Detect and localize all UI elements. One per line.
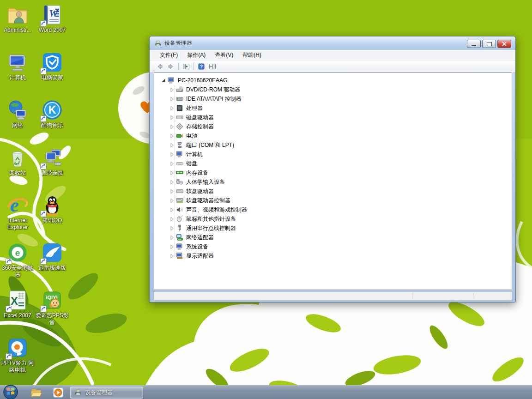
desktop-icon-network-globe[interactable]: 网络 <box>0 99 35 129</box>
toolbar-back-arrow[interactable] <box>154 61 165 72</box>
expand-expander-icon[interactable] <box>169 160 175 167</box>
titlebar[interactable]: 设备管理器 <box>150 36 515 50</box>
toolbar-forward-arrow[interactable] <box>165 61 176 72</box>
tree-item-hid[interactable]: 人体学输入设备 <box>154 177 512 187</box>
back-arrow-icon <box>156 63 163 70</box>
app-icon <box>6 99 29 121</box>
desktop-icon-computer[interactable]: 计算机 <box>0 51 35 81</box>
expand-expander-icon[interactable] <box>169 179 175 185</box>
desktop-icon-kugou[interactable]: K 酷狗音乐 <box>35 99 70 129</box>
tree-item-floppy-drive[interactable]: 软盘驱动器 <box>154 187 512 196</box>
shortcut-arrow-icon <box>40 211 47 217</box>
expand-expander-icon[interactable] <box>169 253 175 259</box>
tree-item-processor[interactable]: 处理器 <box>154 103 512 113</box>
tree-item-disk-drive[interactable]: 磁盘驱动器 <box>154 113 512 122</box>
desktop-icon-user-folder[interactable]: Administr... <box>0 4 35 34</box>
desktop-icon-glyph <box>6 51 29 73</box>
close-icon <box>502 42 507 46</box>
processor-icon <box>176 104 183 112</box>
menu-item-0[interactable]: 文件(F) <box>155 50 182 60</box>
app-icon <box>6 51 29 73</box>
battery-icon <box>176 132 183 139</box>
desktop-icon-ie[interactable]: e Internet Explorer <box>0 194 35 231</box>
usb-icon <box>176 224 183 232</box>
sound-icon <box>176 206 183 213</box>
desktop-icon-excel[interactable]: X Excel 2007 <box>0 289 35 319</box>
svg-text:X: X <box>11 295 18 307</box>
tree-item-dvd-drive[interactable]: DVD/CD-ROM 驱动器 <box>154 85 512 94</box>
toolbar-help[interactable]: ? <box>196 61 207 72</box>
tree-item-mouse[interactable]: 鼠标和其他指针设备 <box>154 214 512 224</box>
menu-item-2[interactable]: 查看(V) <box>210 50 238 60</box>
close-button[interactable] <box>497 40 511 48</box>
expand-expander-icon[interactable] <box>169 216 175 222</box>
expand-expander-icon[interactable] <box>169 243 175 250</box>
tree-item-display-adapter[interactable]: 显示适配器 <box>154 251 512 260</box>
menu-item-1[interactable]: 操作(A) <box>182 50 210 60</box>
tree-item-storage-controller[interactable]: 存储控制器 <box>154 122 512 131</box>
desktop-icon-word[interactable]: W Word 2007 <box>35 4 70 34</box>
expand-expander-icon[interactable] <box>169 225 175 231</box>
tree-item-usb[interactable]: 通用串行总线控制器 <box>154 224 512 233</box>
tree-item-label: 网络适配器 <box>185 233 215 242</box>
tree-item-ports[interactable]: 端口 (COM 和 LPT) <box>154 140 512 150</box>
desktop-icon-label: Word 2007 <box>35 27 70 34</box>
expand-expander-icon[interactable] <box>169 105 175 111</box>
expand-expander-icon[interactable] <box>169 169 175 176</box>
memory-icon <box>176 169 183 176</box>
expand-expander-icon[interactable] <box>169 133 175 139</box>
tree-item-computer-node[interactable]: 计算机 <box>154 150 512 159</box>
desktop-icon-qq[interactable]: 腾讯QQ <box>35 194 70 224</box>
toolbar-action-pane[interactable] <box>207 61 218 72</box>
maximize-button[interactable] <box>482 40 496 48</box>
desktop-icon-glyph <box>6 99 29 121</box>
expand-expander-icon[interactable] <box>169 234 175 241</box>
desktop-icon-broadband[interactable]: 宽带连接 <box>35 146 70 176</box>
desktop-icon-recycle-bin[interactable]: 回收站 <box>0 146 35 176</box>
toolbar-console-tree[interactable] <box>181 61 192 72</box>
explorer-taskbar-icon[interactable] <box>30 387 42 398</box>
desktop-icon-iqiyi[interactable]: iQIYI 爱奇艺PPS影音 <box>35 289 70 326</box>
expand-expander-icon[interactable] <box>169 197 175 204</box>
tree-item-battery[interactable]: 电池 <box>154 131 512 140</box>
app-icon <box>6 4 29 26</box>
tree-item-memory[interactable]: 内存设备 <box>154 168 512 177</box>
desktop-icon-label: Excel 2007 <box>0 312 35 319</box>
tree-item-sound[interactable]: 声音、视频和游戏控制器 <box>154 205 512 214</box>
desktop-icon-label: 迅雷极速版 <box>35 265 70 272</box>
tree-item-ide-controller[interactable]: IDE ATA/ATAPI 控制器 <box>154 94 512 103</box>
expand-expander-icon[interactable] <box>169 206 175 213</box>
expand-expander-icon[interactable] <box>169 188 175 194</box>
device-manager-taskbar-button[interactable]: 设备管理器 <box>70 387 143 399</box>
expand-expander-icon[interactable] <box>169 142 175 148</box>
expand-expander-icon[interactable] <box>169 151 175 157</box>
desktop-icon-pc-manager[interactable]: 电脑管家 <box>35 51 70 81</box>
desktop-icon-glyph: X <box>6 289 29 311</box>
expand-expander-icon[interactable] <box>169 86 175 93</box>
menu-item-3[interactable]: 帮助(H) <box>238 50 266 60</box>
collapse-expander-icon[interactable] <box>160 77 167 84</box>
desktop-icon-xunlei[interactable]: 迅雷极速版 <box>35 242 70 272</box>
expand-expander-icon[interactable] <box>169 123 175 130</box>
forward-arrow-icon <box>167 63 175 70</box>
desktop-icon-glyph <box>41 146 63 169</box>
expand-expander-icon[interactable] <box>169 114 175 121</box>
shortcut-arrow-icon <box>6 353 12 360</box>
desktop-icon-pptv[interactable]: PPTV聚力 网络电视 <box>0 337 35 374</box>
media-player-taskbar-icon[interactable] <box>53 387 64 398</box>
minimize-button[interactable] <box>467 40 481 48</box>
ide-controller-icon <box>176 95 183 103</box>
tree-item-system-devices[interactable]: 系统设备 <box>154 242 512 251</box>
tree-root[interactable]: PC-20160620EAAG <box>154 76 512 85</box>
tree-item-keyboard[interactable]: 键盘 <box>154 159 512 168</box>
tree-item-label: 键盘 <box>185 159 198 168</box>
console-tree-icon <box>182 63 190 70</box>
tree-item-floppy-controller[interactable]: 软盘驱动器控制器 <box>154 196 512 205</box>
tree-item-network-adapter[interactable]: 网络适配器 <box>154 233 512 242</box>
keyboard-icon <box>176 160 183 167</box>
start-button[interactable] <box>3 384 18 399</box>
tree-item-label: DVD/CD-ROM 驱动器 <box>185 85 241 94</box>
expand-expander-icon[interactable] <box>169 96 175 102</box>
svg-text:?: ? <box>200 64 203 69</box>
desktop-icon-browser-360[interactable]: e 360安全浏览器 <box>0 242 35 278</box>
